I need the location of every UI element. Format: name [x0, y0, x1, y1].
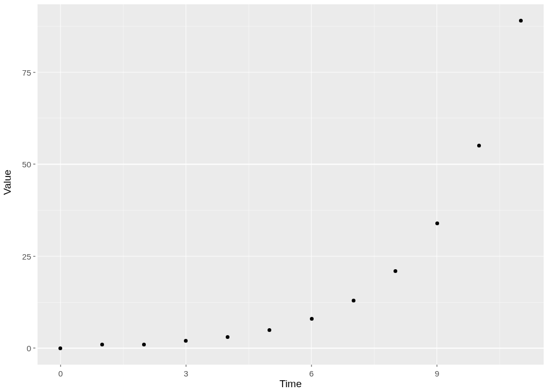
- y-axis-title: Value: [0, 0, 15, 365]
- x-tick-mark: [186, 365, 186, 367]
- grid-major-v: [60, 4, 61, 365]
- x-tick-labels: 0369: [38, 367, 544, 378]
- data-point: [58, 346, 62, 350]
- x-tick-label: 3: [184, 369, 188, 378]
- data-point: [519, 19, 523, 23]
- data-point: [435, 221, 439, 225]
- data-point: [394, 269, 397, 273]
- x-axis-title-text: Time: [279, 378, 302, 390]
- x-tick-label: 0: [58, 369, 63, 378]
- grid-major-h: [38, 256, 544, 256]
- y-tick-mark: [33, 164, 35, 165]
- data-point: [100, 343, 104, 346]
- y-tick-mark: [33, 348, 35, 349]
- x-tick-label: 9: [435, 369, 439, 378]
- data-point: [268, 328, 271, 332]
- x-tick-mark: [60, 365, 61, 367]
- grid-minor-h: [38, 118, 544, 119]
- data-point: [142, 343, 146, 346]
- grid-minor-v: [123, 4, 124, 365]
- grid-minor-h: [38, 210, 544, 211]
- y-tick-labels: 0255075: [15, 4, 33, 365]
- grid-minor-v: [500, 4, 500, 365]
- grid-major-h: [38, 72, 544, 72]
- x-axis-title: Time: [38, 377, 544, 391]
- chart-container: Value Time 0255075 0369: [0, 0, 549, 392]
- data-point: [310, 317, 314, 321]
- data-point: [352, 299, 355, 302]
- y-tick-mark: [33, 72, 35, 72]
- grid-minor-v: [374, 4, 375, 365]
- grid-major-v: [436, 4, 437, 365]
- y-tick-mark: [33, 256, 35, 256]
- grid-major-v: [311, 4, 311, 365]
- y-tick-label: 75: [22, 68, 31, 77]
- y-tick-label: 25: [22, 252, 31, 261]
- data-point: [477, 144, 481, 147]
- grid-major-h: [38, 164, 544, 165]
- grid-minor-v: [249, 4, 249, 365]
- data-point: [184, 339, 188, 343]
- plot-panel: [38, 4, 544, 365]
- y-axis-title-text: Value: [2, 169, 13, 195]
- x-tick-mark: [437, 365, 437, 367]
- x-tick-mark: [311, 365, 312, 367]
- grid-major-v: [186, 4, 186, 365]
- y-tick-label: 0: [27, 344, 31, 353]
- y-tick-label: 50: [22, 160, 31, 169]
- grid-minor-h: [38, 26, 544, 26]
- grid-major-h: [38, 348, 544, 349]
- x-tick-label: 6: [309, 369, 314, 378]
- grid-minor-h: [38, 302, 544, 302]
- data-point: [226, 335, 229, 339]
